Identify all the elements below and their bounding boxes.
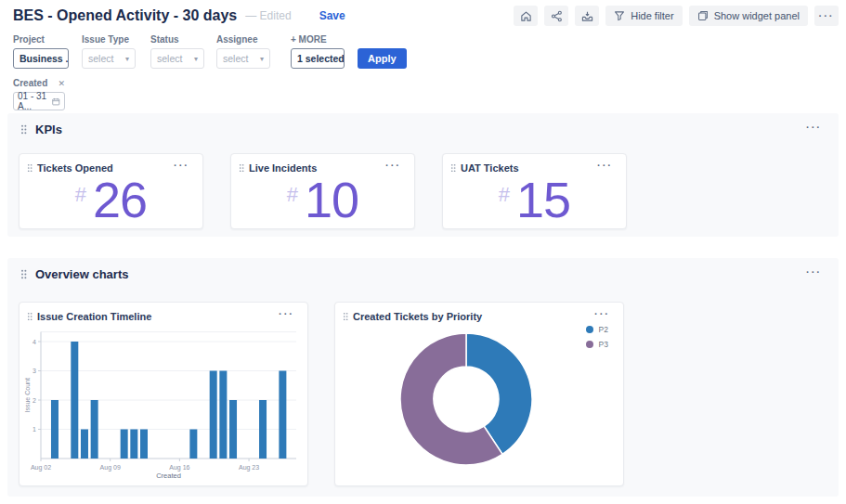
export-icon	[581, 10, 593, 22]
export-button[interactable]	[575, 6, 599, 26]
home-icon	[520, 10, 532, 22]
issue-type-select[interactable]: select ▾	[82, 48, 136, 69]
ellipsis-icon: ···	[806, 122, 822, 133]
chevron-down-icon: ▾	[125, 55, 129, 63]
chart-legend: P2 P3	[586, 325, 608, 349]
kpi-number: 26	[93, 174, 147, 225]
filter-funnel-icon	[614, 10, 625, 21]
header-more-button[interactable]: ···	[814, 6, 839, 26]
show-widget-panel-label: Show widget panel	[714, 10, 800, 21]
hide-filter-label: Hide filter	[631, 10, 673, 21]
overview-charts-section: Overview charts ··· Issue Creation Timel…	[7, 258, 839, 497]
kpi-number: 15	[516, 174, 570, 225]
home-button[interactable]	[514, 6, 538, 26]
grip-icon	[27, 163, 33, 173]
chart-title: Created Tickets by Priority	[353, 311, 482, 322]
kpi-value: # 26	[20, 173, 202, 226]
widget-panel-icon	[697, 10, 709, 21]
more-filters-button[interactable]: + MORE	[291, 34, 345, 45]
issue-type-filter-label: Issue Type	[82, 34, 136, 45]
svg-text:4: 4	[33, 339, 36, 345]
legend-item-p2[interactable]: P2	[586, 325, 608, 334]
chevron-down-icon: ▾	[260, 55, 264, 63]
legend-item-p3[interactable]: P3	[586, 340, 608, 349]
ellipsis-icon: ···	[174, 160, 189, 171]
legend-dot	[586, 341, 593, 348]
charts-section-more-button[interactable]: ···	[800, 264, 827, 279]
ellipsis-icon: ···	[385, 160, 401, 171]
status-filter-label: Status	[150, 34, 204, 45]
status-select[interactable]: select ▾	[150, 48, 204, 69]
bar-chart: 1234Aug 02Aug 09Aug 16Aug 23Issue CountC…	[23, 327, 304, 481]
status-select-placeholder: select	[157, 53, 182, 64]
chart-card-issue-creation-timeline: Issue Creation Timeline ··· 1234Aug 02Au…	[19, 302, 308, 486]
save-button[interactable]: Save	[319, 9, 345, 22]
widget-drag-handle[interactable]	[27, 163, 33, 173]
share-icon	[551, 10, 563, 22]
edited-indicator: — Edited	[245, 9, 291, 22]
remove-created-filter-icon[interactable]: ✕	[58, 79, 65, 88]
svg-text:2: 2	[33, 397, 36, 404]
kpi-hash-prefix: #	[499, 183, 510, 207]
donut-chart	[335, 303, 623, 484]
filter-bar: Project Business ... ▾ Issue Type select…	[13, 34, 407, 110]
svg-text:Issue Count: Issue Count	[24, 378, 31, 412]
project-select[interactable]: Business ... ▾	[13, 48, 69, 69]
svg-text:Aug 23: Aug 23	[239, 464, 259, 472]
kpi-card-tickets-opened: Tickets Opened ··· # 26	[19, 153, 203, 229]
more-filters-select-value: 1 selected	[297, 53, 345, 64]
kpi-more-button[interactable]: ···	[168, 157, 195, 173]
svg-text:Aug 09: Aug 09	[100, 464, 121, 472]
assignee-select[interactable]: select ▾	[216, 48, 270, 69]
more-filters-select[interactable]: 1 selected ▾	[291, 48, 345, 69]
assignee-select-placeholder: select	[223, 53, 248, 64]
show-widget-panel-button[interactable]: Show widget panel	[689, 6, 808, 26]
svg-text:Aug 02: Aug 02	[31, 464, 51, 472]
widget-drag-handle[interactable]	[239, 163, 244, 173]
chart-card-created-tickets-by-priority: Created Tickets by Priority ··· P2 P3	[334, 302, 624, 486]
dashboard-header: BES - Opened Activity - 30 days — Edited…	[13, 4, 839, 28]
hide-filter-button[interactable]: Hide filter	[605, 6, 682, 26]
grip-icon	[239, 163, 244, 173]
svg-text:3: 3	[33, 368, 36, 374]
grip-icon	[27, 312, 33, 321]
widget-drag-handle[interactable]	[450, 163, 456, 173]
section-drag-handle[interactable]	[20, 124, 27, 135]
share-button[interactable]	[544, 6, 568, 26]
legend-dot	[586, 326, 593, 333]
chart-more-button[interactable]: ···	[273, 305, 300, 321]
assignee-filter-label: Assignee	[216, 34, 270, 45]
apply-button[interactable]: Apply	[358, 48, 407, 69]
ellipsis-icon: ···	[279, 308, 294, 319]
legend-label: P2	[599, 325, 608, 334]
kpi-value: # 10	[231, 173, 414, 226]
section-title: KPIs	[35, 123, 62, 136]
kpis-section-more-button[interactable]: ···	[800, 119, 827, 135]
created-date-value: 01 - 31 A...	[18, 91, 52, 111]
widget-drag-handle[interactable]	[343, 312, 348, 321]
kpis-section: KPIs ··· Tickets Opened ··· # 26 Live	[7, 113, 839, 237]
widget-drag-handle[interactable]	[27, 312, 33, 321]
svg-text:Created: Created	[156, 472, 181, 480]
project-filter-label: Project	[13, 34, 69, 45]
kpi-card-live-incidents: Live Incidents ··· # 10	[230, 153, 415, 229]
ellipsis-icon: ···	[806, 266, 822, 278]
ellipsis-icon: ···	[819, 11, 835, 21]
svg-text:1: 1	[33, 426, 36, 433]
calendar-icon	[52, 97, 60, 107]
kpi-more-button[interactable]: ···	[592, 157, 618, 173]
chart-more-button[interactable]: ···	[589, 305, 616, 321]
page-title: BES - Opened Activity - 30 days	[13, 7, 237, 24]
kpi-number: 10	[305, 174, 358, 225]
created-date-input[interactable]: 01 - 31 A...	[13, 92, 65, 110]
kpi-hash-prefix: #	[75, 183, 86, 207]
svg-text:Aug 16: Aug 16	[169, 464, 189, 472]
kpi-hash-prefix: #	[287, 183, 298, 207]
grip-icon	[343, 312, 348, 321]
issue-type-select-placeholder: select	[88, 53, 113, 64]
chart-title: Issue Creation Timeline	[37, 311, 151, 322]
section-drag-handle[interactable]	[20, 269, 27, 279]
section-title: Overview charts	[35, 267, 128, 281]
kpi-more-button[interactable]: ···	[380, 157, 407, 173]
ellipsis-icon: ···	[597, 160, 613, 171]
